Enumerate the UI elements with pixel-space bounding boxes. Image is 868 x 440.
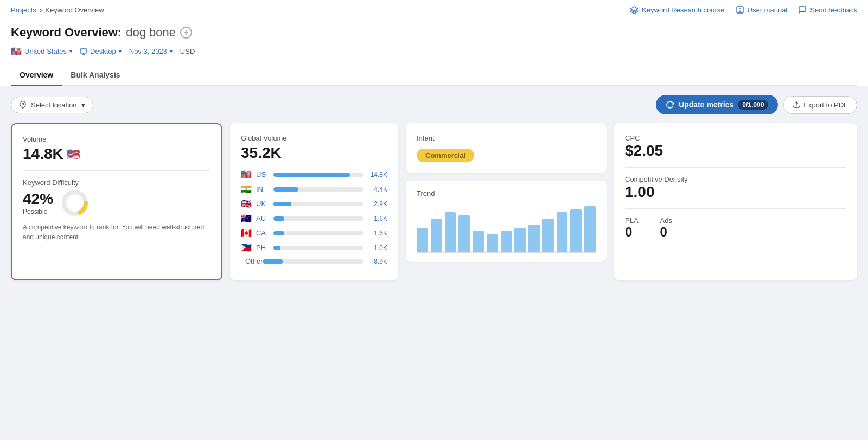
volume-label: Volume [23, 135, 210, 143]
country-value: 1.0K [368, 244, 387, 252]
breadcrumb-projects[interactable]: Projects [11, 6, 36, 14]
country-code: US [256, 170, 269, 178]
bar-track [273, 173, 363, 177]
country-code: UK [256, 200, 269, 208]
country-value: 14.8K [368, 171, 387, 178]
device-label: Desktop [90, 47, 116, 55]
country-code: IN [256, 185, 269, 193]
cpc-row: CPC $2.05 [625, 134, 846, 160]
us-flag-icon: 🇺🇸 [11, 46, 22, 56]
breadcrumb: Projects › Keyword Overview [11, 6, 104, 14]
tab-overview[interactable]: Overview [11, 65, 62, 86]
page-title-prefix: Keyword Overview: [11, 25, 122, 40]
trend-bar [473, 231, 484, 252]
cpc-value: $2.05 [625, 142, 846, 160]
donut-chart [61, 189, 89, 217]
country-value: 2.9K [368, 200, 387, 208]
breadcrumb-sep: › [40, 6, 42, 14]
bar-fill [273, 173, 350, 177]
country-flag-icon: 🇨🇦 [241, 228, 252, 238]
trend-label: Trend [417, 189, 596, 197]
bar-track [263, 259, 363, 264]
date-filter[interactable]: Nov 3, 2023 ▾ [129, 46, 173, 56]
bar-track [273, 187, 363, 192]
country-row: Other 8.9K [241, 257, 387, 265]
country-code: CA [256, 229, 269, 237]
volume-kd-card: Volume 14.8K 🇺🇸 Keyword Difficulty 42% P… [11, 123, 222, 280]
feedback-link-label: Send feedback [810, 6, 857, 14]
location-chevron-icon: ▾ [81, 101, 85, 109]
trend-bar [557, 212, 568, 252]
update-counter: 0/1,000 [738, 100, 768, 110]
trend-bar [487, 234, 498, 252]
toolbar: Select location ▾ Update metrics 0/1,000… [11, 95, 857, 114]
kd-possible: Possible [23, 208, 53, 215]
kd-section: Keyword Difficulty 42% Possible A compet… [23, 178, 210, 242]
kd-percent: 42% [23, 190, 53, 208]
country-row: 🇺🇸 US 14.8K [241, 169, 387, 180]
metrics-card: CPC $2.05 Competitive Density 1.00 PLA 0… [614, 123, 857, 280]
country-flag-icon: 🇮🇳 [241, 184, 252, 194]
trend-bar [528, 225, 540, 252]
select-location-label: Select location [31, 101, 77, 109]
filter-row: 🇺🇸 United States ▾ Desktop ▾ Nov 3, 2023… [11, 45, 857, 58]
kd-row: 42% Possible [23, 189, 210, 217]
refresh-icon [666, 100, 674, 109]
top-bar: Projects › Keyword Overview Keyword Rese… [0, 0, 868, 20]
trend-bar [445, 212, 456, 252]
pla-ads-row: PLA 0 Ads 0 [625, 216, 846, 240]
bar-track [273, 216, 363, 221]
trend-bar [431, 219, 442, 252]
toolbar-right: Update metrics 0/1,000 Export to PDF [656, 95, 857, 114]
volume-flag-icon: 🇺🇸 [67, 148, 80, 161]
trend-bar [501, 231, 512, 252]
user-manual-link[interactable]: User manual [736, 5, 788, 14]
ads-metric: Ads 0 [660, 216, 672, 240]
global-volume-value: 35.2K [241, 144, 387, 162]
competitive-density-value: 1.00 [625, 183, 846, 201]
bar-track [273, 246, 363, 250]
country-code: Other [245, 257, 258, 265]
intent-label: Intent [417, 134, 596, 142]
course-link-label: Keyword Research course [642, 6, 724, 14]
country-flag-icon: 🇺🇸 [241, 169, 252, 180]
feedback-link[interactable]: Send feedback [798, 5, 857, 14]
trend-bar [417, 228, 428, 252]
intent-card: Intent Commercial [406, 123, 607, 173]
pla-metric: PLA 0 [625, 216, 639, 240]
pla-value: 0 [625, 225, 639, 240]
cpc-label: CPC [625, 134, 846, 142]
content-area: Select location ▾ Update metrics 0/1,000… [0, 86, 868, 289]
trend-card: Trend [406, 181, 607, 262]
select-location-button[interactable]: Select location ▾ [11, 97, 93, 113]
date-chevron-icon: ▾ [170, 48, 173, 54]
desktop-icon [80, 48, 87, 55]
device-chevron-icon: ▾ [119, 48, 122, 54]
competitive-density-label: Competitive Density [625, 175, 846, 183]
country-code: PH [256, 244, 269, 252]
bar-fill [273, 187, 298, 192]
breadcrumb-current: Keyword Overview [45, 6, 104, 14]
country-value: 1.6K [368, 229, 387, 237]
trend-bar [570, 209, 582, 252]
location-pin-icon [19, 101, 27, 109]
trend-bar [458, 215, 470, 252]
update-metrics-button[interactable]: Update metrics 0/1,000 [656, 95, 778, 114]
country-value: 4.4K [368, 186, 387, 193]
export-pdf-button[interactable]: Export to PDF [783, 96, 857, 114]
add-keyword-button[interactable]: + [180, 27, 192, 39]
bar-fill [273, 246, 280, 250]
tabs-row: Overview Bulk Analysis [11, 65, 857, 86]
ads-label: Ads [660, 216, 672, 225]
pla-label: PLA [625, 216, 639, 225]
bar-track [273, 202, 363, 206]
bar-fill [273, 231, 284, 235]
country-value: 8.9K [368, 258, 387, 265]
keyword-course-link[interactable]: Keyword Research course [630, 5, 724, 14]
export-label: Export to PDF [803, 101, 848, 109]
country-filter[interactable]: 🇺🇸 United States ▾ [11, 45, 72, 58]
ads-value: 0 [660, 225, 672, 240]
device-filter[interactable]: Desktop ▾ [80, 46, 122, 56]
tab-bulk-analysis[interactable]: Bulk Analysis [62, 65, 129, 86]
country-rows: 🇺🇸 US 14.8K 🇮🇳 IN 4.4K 🇬🇧 UK 2.9K 🇦🇺 AU … [241, 169, 387, 265]
